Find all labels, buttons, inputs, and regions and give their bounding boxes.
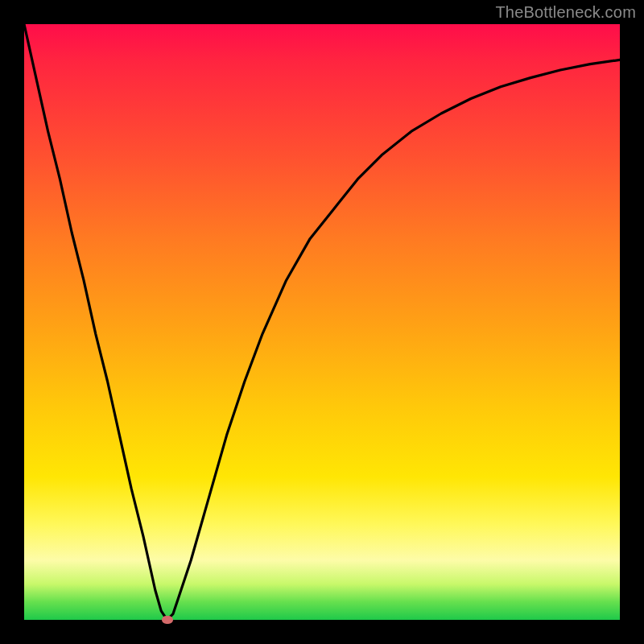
watermark-text: TheBottleneck.com — [495, 3, 636, 22]
bottleneck-curve — [24, 24, 620, 620]
chart-container: TheBottleneck.com — [0, 0, 644, 644]
plot-area — [24, 24, 620, 620]
curve-svg — [24, 24, 620, 620]
min-marker-dot — [162, 616, 173, 624]
